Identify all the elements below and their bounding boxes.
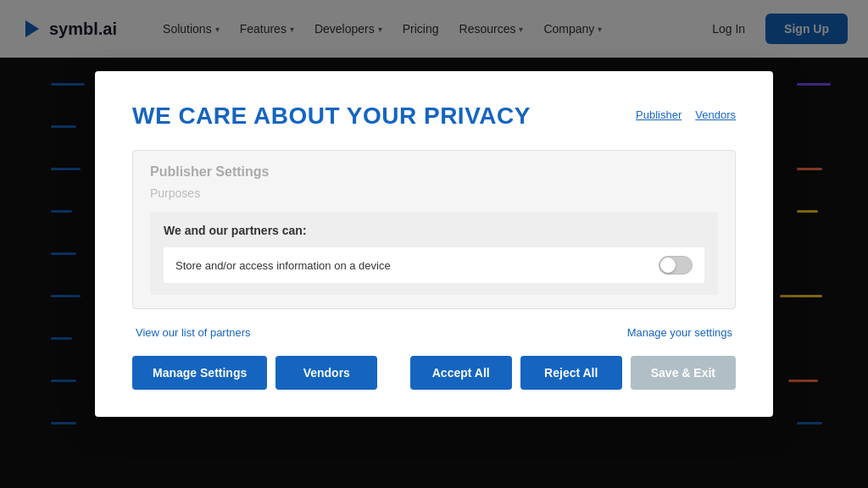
toggle-knob — [660, 258, 676, 273]
tab-vendors[interactable]: Vendors — [695, 108, 736, 121]
modal-header: WE CARE ABOUT YOUR PRIVACY Publisher Ven… — [132, 102, 736, 130]
partner-row: Store and/or access information on a dev… — [164, 247, 704, 283]
tab-publisher[interactable]: Publisher — [636, 108, 682, 121]
manage-settings-button[interactable]: Manage Settings — [132, 356, 267, 390]
view-partners-link[interactable]: View our list of partners — [136, 326, 251, 339]
partner-text: Store and/or access information on a dev… — [175, 259, 391, 272]
modal-title: WE CARE ABOUT YOUR PRIVACY — [132, 102, 531, 130]
publisher-subtitle: Purposes — [150, 186, 718, 200]
modal-overlay: WE CARE ABOUT YOUR PRIVACY Publisher Ven… — [0, 0, 868, 488]
vendors-button[interactable]: Vendors — [275, 356, 377, 390]
modal-tabs: Publisher Vendors — [636, 108, 736, 121]
links-row: View our list of partners Manage your se… — [132, 326, 736, 339]
publisher-settings-title: Publisher Settings — [150, 164, 718, 180]
privacy-modal: WE CARE ABOUT YOUR PRIVACY Publisher Ven… — [95, 71, 773, 418]
actions-left: Manage Settings Vendors — [132, 356, 377, 390]
partners-label: We and our partners can: — [164, 224, 704, 237]
publisher-section: Publisher Settings Purposes We and our p… — [132, 150, 736, 309]
save-exit-button[interactable]: Save & Exit — [631, 356, 736, 390]
actions-row: Manage Settings Vendors Accept All Rejec… — [132, 356, 736, 390]
partners-section: We and our partners can: Store and/or ac… — [150, 212, 718, 295]
reject-all-button[interactable]: Reject All — [520, 356, 622, 390]
partner-toggle[interactable] — [659, 256, 693, 274]
manage-settings-link[interactable]: Manage your settings — [627, 326, 732, 339]
accept-all-button[interactable]: Accept All — [410, 356, 512, 390]
actions-right: Accept All Reject All Save & Exit — [410, 356, 736, 390]
